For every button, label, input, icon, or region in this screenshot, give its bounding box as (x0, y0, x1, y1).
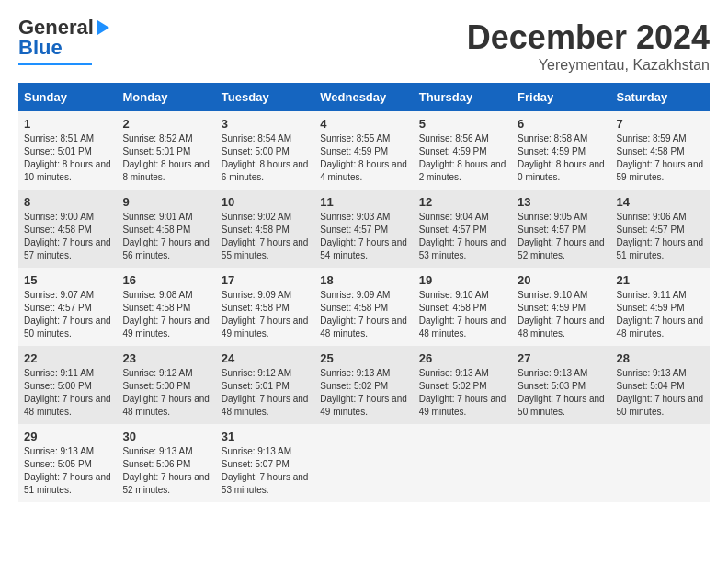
calendar-cell: 28 Sunrise: 9:13 AM Sunset: 5:04 PM Dayl… (611, 346, 710, 424)
calendar-cell (414, 424, 512, 502)
week-row-1: 1 Sunrise: 8:51 AM Sunset: 5:01 PM Dayli… (18, 111, 710, 190)
cell-sunset: Sunset: 5:00 PM (24, 381, 92, 391)
cell-daylight: Daylight: 7 hours and 48 minutes. (222, 394, 309, 417)
calendar-cell: 1 Sunrise: 8:51 AM Sunset: 5:01 PM Dayli… (18, 111, 117, 190)
cell-sunrise: Sunrise: 9:02 AM (222, 212, 291, 222)
day-number: 28 (617, 351, 704, 365)
weekday-sunday: Sunday (18, 83, 117, 111)
cell-sunset: Sunset: 4:59 PM (320, 146, 388, 156)
day-number: 22 (24, 351, 111, 365)
calendar-cell (611, 424, 710, 502)
cell-daylight: Daylight: 7 hours and 57 minutes. (24, 237, 111, 260)
location-title: Yereymentau, Kazakhstan (467, 57, 710, 74)
cell-sunset: Sunset: 4:57 PM (24, 303, 92, 313)
cell-sunset: Sunset: 5:01 PM (122, 146, 190, 156)
cell-sunrise: Sunrise: 9:12 AM (122, 368, 192, 378)
calendar-cell: 22 Sunrise: 9:11 AM Sunset: 5:00 PM Dayl… (18, 346, 117, 424)
cell-sunrise: Sunrise: 9:13 AM (24, 446, 94, 456)
cell-sunset: Sunset: 5:00 PM (222, 146, 290, 156)
cell-sunset: Sunset: 4:59 PM (518, 146, 586, 156)
calendar-cell: 19 Sunrise: 9:10 AM Sunset: 4:58 PM Dayl… (414, 268, 512, 346)
cell-sunrise: Sunrise: 9:09 AM (222, 290, 291, 300)
calendar-cell: 13 Sunrise: 9:05 AM Sunset: 4:57 PM Dayl… (512, 190, 610, 268)
cell-sunset: Sunset: 4:59 PM (518, 303, 586, 313)
calendar-cell: 6 Sunrise: 8:58 AM Sunset: 4:59 PM Dayli… (512, 111, 610, 190)
calendar-cell (512, 424, 610, 502)
cell-daylight: Daylight: 7 hours and 55 minutes. (222, 237, 309, 260)
cell-daylight: Daylight: 7 hours and 52 minutes. (518, 237, 605, 260)
cell-daylight: Daylight: 7 hours and 50 minutes. (617, 394, 704, 417)
cell-sunset: Sunset: 5:05 PM (24, 459, 92, 469)
calendar-cell: 11 Sunrise: 9:03 AM Sunset: 4:57 PM Dayl… (314, 190, 413, 268)
cell-sunset: Sunset: 4:57 PM (518, 224, 586, 235)
calendar-cell: 20 Sunrise: 9:10 AM Sunset: 4:59 PM Dayl… (512, 268, 610, 346)
day-number: 19 (419, 273, 506, 287)
cell-sunset: Sunset: 4:57 PM (419, 224, 487, 235)
svg-marker-3 (97, 20, 109, 35)
day-number: 10 (222, 195, 309, 209)
cell-sunset: Sunset: 5:02 PM (320, 381, 388, 391)
cell-daylight: Daylight: 8 hours and 4 minutes. (320, 159, 407, 182)
day-number: 2 (122, 117, 210, 131)
cell-sunrise: Sunrise: 9:04 AM (419, 212, 489, 222)
cell-sunset: Sunset: 5:02 PM (419, 381, 487, 391)
calendar-cell: 16 Sunrise: 9:08 AM Sunset: 4:58 PM Dayl… (117, 268, 215, 346)
cell-sunset: Sunset: 5:01 PM (24, 146, 92, 156)
calendar-cell: 10 Sunrise: 9:02 AM Sunset: 4:58 PM Dayl… (216, 190, 314, 268)
cell-daylight: Daylight: 7 hours and 53 minutes. (419, 237, 506, 260)
cell-sunset: Sunset: 5:07 PM (222, 459, 290, 469)
calendar-cell: 3 Sunrise: 8:54 AM Sunset: 5:00 PM Dayli… (216, 111, 314, 190)
cell-sunrise: Sunrise: 8:58 AM (518, 133, 587, 144)
cell-sunrise: Sunrise: 8:59 AM (617, 133, 687, 144)
cell-sunrise: Sunrise: 9:00 AM (24, 212, 94, 222)
day-number: 29 (24, 430, 111, 443)
week-row-2: 8 Sunrise: 9:00 AM Sunset: 4:58 PM Dayli… (18, 190, 710, 268)
calendar-cell: 8 Sunrise: 9:00 AM Sunset: 4:58 PM Dayli… (18, 190, 117, 268)
day-number: 9 (122, 195, 210, 209)
cell-sunset: Sunset: 4:58 PM (617, 146, 685, 156)
day-number: 27 (518, 351, 605, 365)
title-section: December 2024 Yereymentau, Kazakhstan (467, 18, 710, 74)
cell-daylight: Daylight: 7 hours and 50 minutes. (24, 316, 111, 339)
calendar-cell: 14 Sunrise: 9:06 AM Sunset: 4:57 PM Dayl… (611, 190, 710, 268)
cell-sunrise: Sunrise: 8:56 AM (419, 133, 489, 144)
cell-sunset: Sunset: 4:58 PM (24, 224, 92, 235)
calendar-cell: 26 Sunrise: 9:13 AM Sunset: 5:02 PM Dayl… (414, 346, 512, 424)
cell-daylight: Daylight: 8 hours and 2 minutes. (419, 159, 506, 182)
cell-sunrise: Sunrise: 9:01 AM (122, 212, 192, 222)
calendar-cell: 21 Sunrise: 9:11 AM Sunset: 4:59 PM Dayl… (611, 268, 710, 346)
cell-daylight: Daylight: 7 hours and 49 minutes. (419, 394, 506, 417)
day-number: 4 (320, 117, 407, 131)
weekday-wednesday: Wednesday (314, 83, 413, 111)
cell-daylight: Daylight: 7 hours and 49 minutes. (320, 394, 407, 417)
calendar-cell: 9 Sunrise: 9:01 AM Sunset: 4:58 PM Dayli… (117, 190, 215, 268)
cell-sunrise: Sunrise: 9:13 AM (122, 446, 192, 456)
cell-sunset: Sunset: 5:01 PM (222, 381, 290, 391)
cell-sunset: Sunset: 5:00 PM (122, 381, 190, 391)
week-row-4: 22 Sunrise: 9:11 AM Sunset: 5:00 PM Dayl… (18, 346, 710, 424)
day-number: 24 (222, 351, 309, 365)
day-number: 1 (24, 117, 111, 131)
cell-daylight: Daylight: 8 hours and 10 minutes. (24, 159, 111, 182)
cell-sunrise: Sunrise: 8:52 AM (122, 133, 192, 144)
week-row-5: 29 Sunrise: 9:13 AM Sunset: 5:05 PM Dayl… (18, 424, 710, 502)
cell-sunrise: Sunrise: 9:11 AM (24, 368, 94, 378)
calendar-cell: 30 Sunrise: 9:13 AM Sunset: 5:06 PM Dayl… (117, 424, 215, 502)
day-number: 13 (518, 195, 605, 209)
day-number: 30 (122, 430, 210, 443)
month-title: December 2024 (467, 18, 710, 57)
weekday-thursday: Thursday (414, 83, 512, 111)
cell-sunrise: Sunrise: 9:11 AM (617, 290, 687, 300)
day-number: 25 (320, 351, 407, 365)
calendar-cell: 2 Sunrise: 8:52 AM Sunset: 5:01 PM Dayli… (117, 111, 215, 190)
cell-sunset: Sunset: 4:57 PM (320, 224, 388, 235)
day-number: 15 (24, 273, 111, 287)
day-number: 16 (122, 273, 210, 287)
day-number: 7 (617, 117, 704, 131)
cell-sunset: Sunset: 5:06 PM (122, 459, 190, 469)
day-number: 6 (518, 117, 605, 131)
cell-sunset: Sunset: 5:04 PM (617, 381, 685, 391)
weekday-tuesday: Tuesday (216, 83, 314, 111)
day-number: 5 (419, 117, 506, 131)
cell-daylight: Daylight: 7 hours and 48 minutes. (419, 316, 506, 339)
